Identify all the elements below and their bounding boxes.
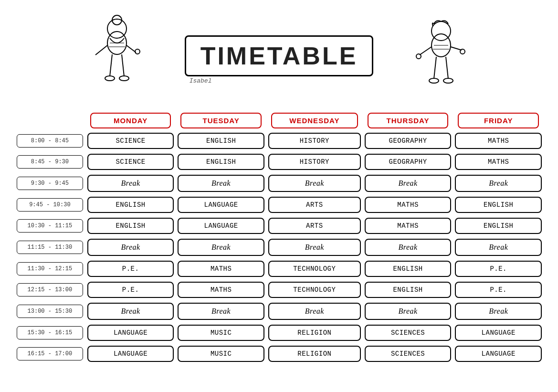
subject-box-r7-c4: P.E. [455, 282, 542, 298]
subject-cell-r4-c3: MATHS [363, 216, 453, 235]
subject-box-r5-c3: Break [365, 239, 452, 256]
subject-box-r10-c4: LANGUAGE [455, 346, 542, 362]
col-monday: MONDAY [85, 110, 176, 131]
friday-label: FRIDAY [458, 113, 539, 128]
header: TIMETABLE Isabel [10, 5, 548, 100]
subject-cell-r0-c2: HISTORY [266, 131, 363, 150]
svg-point-1 [107, 19, 126, 38]
subject-box-r6-c4: P.E. [455, 261, 542, 277]
svg-line-7 [122, 54, 124, 76]
svg-line-3 [95, 45, 107, 55]
time-cell-7: 12:15 - 13:00 [14, 280, 85, 299]
author-text: Isabel [190, 77, 212, 85]
subject-box-r2-c4: Break [455, 175, 542, 192]
thursday-label: THURSDAY [368, 113, 449, 128]
subject-box-r9-c1: MUSIC [178, 325, 264, 341]
subject-cell-r10-c1: MUSIC [176, 344, 266, 363]
col-tuesday: TUESDAY [176, 110, 266, 131]
char-right [410, 14, 472, 100]
svg-point-13 [432, 21, 451, 41]
time-cell-0: 8:00 - 8:45 [14, 131, 85, 150]
subject-box-r1-c1: ENGLISH [178, 154, 264, 170]
subject-cell-r8-c0: Break [85, 301, 176, 321]
subject-box-r2-c0: Break [87, 175, 174, 192]
subject-box-r8-c0: Break [87, 303, 174, 320]
subject-cell-r7-c3: ENGLISH [363, 280, 453, 299]
subject-cell-r3-c1: LANGUAGE [176, 195, 266, 214]
title-area: TIMETABLE Isabel [185, 35, 374, 85]
svg-point-8 [105, 76, 115, 81]
subject-cell-r10-c3: SCIENCES [363, 344, 453, 363]
subject-box-r6-c0: P.E. [87, 261, 174, 277]
subject-box-r6-c2: TECHNOLOGY [268, 261, 361, 277]
svg-point-17 [460, 49, 465, 54]
subject-cell-r2-c3: Break [363, 173, 453, 193]
subject-cell-r7-c4: P.E. [453, 280, 544, 299]
time-cell-2: 9:30 - 9:45 [14, 173, 85, 193]
time-box-2: 9:30 - 9:45 [17, 177, 83, 190]
subject-cell-r2-c0: Break [85, 173, 176, 193]
subject-box-r4-c2: ARTS [268, 218, 361, 234]
time-box-6: 11:30 - 12:15 [17, 262, 83, 275]
svg-point-20 [429, 78, 439, 83]
subject-box-r10-c0: LANGUAGE [87, 346, 174, 362]
time-cell-4: 10:30 - 11:15 [14, 216, 85, 235]
subject-cell-r9-c2: RELIGION [266, 323, 363, 342]
subject-box-r7-c0: P.E. [87, 282, 174, 298]
subject-box-r8-c4: Break [455, 303, 542, 320]
subject-cell-r1-c3: GEOGRAPHY [363, 152, 453, 171]
svg-line-6 [110, 54, 112, 76]
subject-box-r4-c0: ENGLISH [87, 218, 174, 234]
subject-box-r3-c0: ENGLISH [87, 197, 174, 213]
subject-box-r1-c2: HISTORY [268, 154, 361, 170]
time-cell-10: 16:15 - 17:00 [14, 344, 85, 363]
svg-line-19 [446, 57, 448, 79]
subject-box-r8-c1: Break [178, 303, 264, 320]
col-friday: FRIDAY [453, 110, 544, 131]
subject-box-r5-c0: Break [87, 239, 174, 256]
subject-cell-r6-c1: MATHS [176, 259, 266, 278]
subject-cell-r9-c0: LANGUAGE [85, 323, 176, 342]
subject-box-r6-c3: ENGLISH [365, 261, 452, 277]
subject-box-r4-c3: MATHS [365, 218, 452, 234]
subject-box-r0-c3: GEOGRAPHY [365, 133, 452, 149]
subject-box-r10-c2: RELIGION [268, 346, 361, 362]
subject-box-r3-c4: ENGLISH [455, 197, 542, 213]
col-thursday: THURSDAY [363, 110, 453, 131]
time-box-1: 8:45 - 9:30 [17, 155, 83, 169]
subject-cell-r5-c0: Break [85, 237, 176, 257]
time-cell-3: 9:45 - 10:30 [14, 195, 85, 214]
monday-label: MONDAY [90, 113, 171, 128]
time-box-0: 8:00 - 8:45 [17, 134, 83, 148]
subject-cell-r5-c4: Break [453, 237, 544, 257]
time-box-7: 12:15 - 13:00 [17, 283, 83, 297]
subject-cell-r6-c0: P.E. [85, 259, 176, 278]
subject-cell-r3-c4: ENGLISH [453, 195, 544, 214]
subject-cell-r3-c3: MATHS [363, 195, 453, 214]
subject-box-r7-c3: ENGLISH [365, 282, 452, 298]
tuesday-label: TUESDAY [180, 113, 262, 128]
subject-cell-r1-c0: SCIENCE [85, 152, 176, 171]
subject-box-r2-c3: Break [365, 175, 452, 192]
subject-cell-r4-c0: ENGLISH [85, 216, 176, 235]
subject-cell-r9-c1: MUSIC [176, 323, 266, 342]
subject-cell-r10-c2: RELIGION [266, 344, 363, 363]
subject-box-r1-c4: MATHS [455, 154, 542, 170]
subject-box-r4-c1: LANGUAGE [178, 218, 264, 234]
subject-box-r0-c0: SCIENCE [87, 133, 174, 149]
subject-cell-r10-c4: LANGUAGE [453, 344, 544, 363]
time-cell-8: 13:00 - 15:30 [14, 301, 85, 321]
char-left [86, 14, 148, 100]
subject-cell-r8-c4: Break [453, 301, 544, 321]
subject-cell-r7-c1: MATHS [176, 280, 266, 299]
subject-box-r3-c3: MATHS [365, 197, 452, 213]
subject-box-r0-c4: MATHS [455, 133, 542, 149]
subject-box-r5-c2: Break [268, 239, 361, 256]
subject-cell-r3-c2: ARTS [266, 195, 363, 214]
subject-box-r5-c1: Break [178, 239, 264, 256]
svg-point-9 [119, 76, 129, 81]
time-cell-1: 8:45 - 9:30 [14, 152, 85, 171]
subject-box-r9-c3: SCIENCES [365, 325, 452, 341]
subject-cell-r9-c3: SCIENCES [363, 323, 453, 342]
subject-cell-r0-c1: ENGLISH [176, 131, 266, 150]
